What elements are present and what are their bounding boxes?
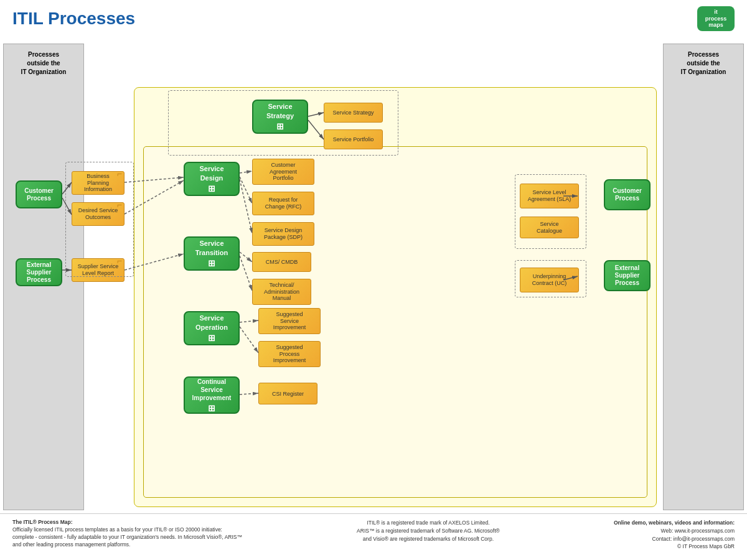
service-operation-process: ServiceOperation ⊞ <box>184 311 240 345</box>
footer-right: Online demo, webinars, videos and inform… <box>614 519 735 551</box>
footer-right-web: Web: www.it-processmaps.com <box>614 527 735 535</box>
service-design-package-doc: Service DesignPackage (SDP) <box>252 222 314 246</box>
footer-center-text: ITIL® is a registered trade mark of AXEL… <box>357 519 500 543</box>
plus-icon-csi: ⊞ <box>208 403 215 413</box>
footer-right-copy: © IT Process Maps GbR <box>614 543 735 551</box>
service-design-process: ServiceDesign ⊞ <box>184 162 240 196</box>
service-strategy-doc: Service Strategy <box>324 103 383 123</box>
customer-agreement-doc: CustomerAgreementPortfolio <box>252 159 314 185</box>
request-change-doc: Request forChange (RFC) <box>252 192 314 215</box>
right-sidebar-label: Processesoutside theIT Organization <box>678 44 730 83</box>
sla-doc: Service LevelAgreement (SLA) <box>520 184 579 208</box>
external-supplier-left: External Supplier Process <box>16 258 62 286</box>
left-sidebar-label: Processesoutside theIT Organization <box>18 44 70 83</box>
footer-right-contact: Contact: info@it-processmaps.com <box>614 535 735 543</box>
external-supplier-right: External Supplier Process <box>604 260 651 291</box>
underpinning-doc: UnderpinningContract (UC) <box>520 268 579 292</box>
header: ITIL Processes itprocessmaps <box>0 0 747 37</box>
customer-process-right: Customer Process <box>604 179 651 210</box>
service-transition-process: ServiceTransition ⊞ <box>184 236 240 271</box>
footer-left: The ITIL® Process Map: Officially licens… <box>12 519 243 549</box>
suggested-process-doc: SuggestedProcessImprovement <box>258 341 321 367</box>
continual-service-process: ContinualServiceImprovement ⊞ <box>184 376 240 414</box>
plus-icon: ⊞ <box>276 121 284 131</box>
suggested-service-doc: SuggestedServiceImprovement <box>258 308 321 334</box>
footer-left-title: The ITIL® Process Map: <box>12 519 243 525</box>
main-area: Processesoutside theIT Organization Proc… <box>0 37 747 554</box>
dashed-left-group <box>65 162 134 277</box>
footer-left-text: Officially licensed ITIL process templat… <box>12 526 243 549</box>
logo: itprocessmaps <box>697 6 735 31</box>
service-catalogue-doc: ServiceCatalogue <box>520 217 579 238</box>
plus-icon-design: ⊞ <box>208 184 215 194</box>
service-portfolio-doc: Service Portfolio <box>324 129 383 149</box>
footer: The ITIL® Process Map: Officially licens… <box>0 513 747 560</box>
customer-process-left: Customer Process <box>16 180 62 208</box>
service-strategy-process: ServiceStrategy ⊞ <box>252 100 308 134</box>
tech-admin-doc: Technical/AdministrationManual <box>252 279 311 305</box>
cms-cmdb-doc: CMS/ CMDB <box>252 252 311 272</box>
plus-icon-operation: ⊞ <box>208 333 215 343</box>
page-title: ITIL Processes <box>12 9 135 29</box>
footer-center: ITIL® is a registered trade mark of AXEL… <box>357 519 500 543</box>
logo-text: itprocessmaps <box>705 9 727 29</box>
right-sidebar: Processesoutside theIT Organization <box>663 44 744 510</box>
csi-register-doc: CSI Register <box>258 383 317 404</box>
plus-icon-transition: ⊞ <box>208 258 215 268</box>
footer-right-title: Online demo, webinars, videos and inform… <box>614 519 735 527</box>
